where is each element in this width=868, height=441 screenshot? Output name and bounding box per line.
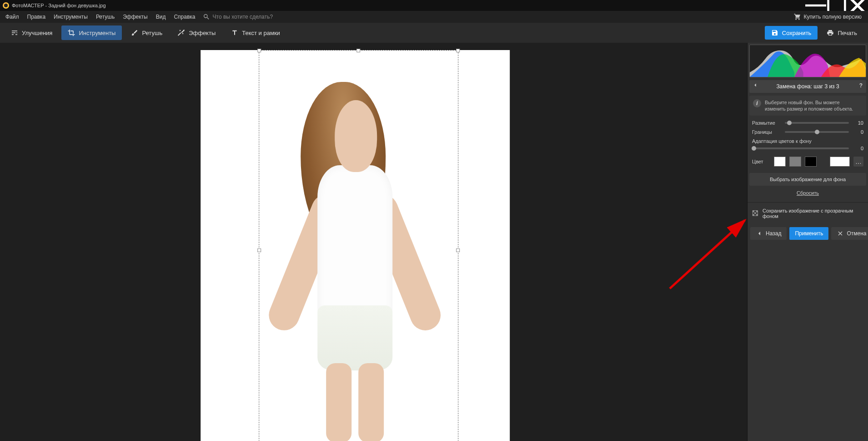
tab-retouch[interactable]: Ретушь	[125, 25, 169, 40]
menu-view[interactable]: Вид	[152, 12, 170, 21]
tab-text-frames[interactable]: Текст и рамки	[225, 25, 286, 40]
save-button[interactable]: Сохранить	[765, 26, 818, 40]
current-color[interactable]	[830, 157, 850, 167]
canvas-area[interactable]	[0, 43, 747, 441]
svg-rect-4	[753, 211, 754, 213]
chevron-left-icon	[756, 230, 763, 237]
apply-button[interactable]: Применить	[789, 227, 828, 240]
handle-tl[interactable]	[257, 49, 261, 52]
slider-blur: Размытие 10	[748, 118, 868, 127]
wand-icon	[178, 29, 185, 36]
panel-title: Замена фона: шаг 3 из 3	[776, 83, 839, 90]
brush-icon	[131, 29, 138, 36]
menu-retouch[interactable]: Ретушь	[92, 12, 118, 21]
svg-rect-0	[805, 5, 826, 7]
swatch-white[interactable]	[774, 157, 786, 167]
window-minimize[interactable]	[805, 0, 826, 11]
window-close[interactable]	[847, 0, 868, 11]
adapt-value: 0	[853, 146, 863, 151]
swatch-gray[interactable]	[789, 157, 801, 167]
side-panel: Замена фона: шаг 3 из 3 ? i Выберите нов…	[747, 43, 868, 441]
buy-full-version[interactable]: Купить полную версию	[789, 12, 866, 22]
reset-link[interactable]: Сбросить	[748, 188, 868, 200]
adapt-slider[interactable]	[752, 147, 849, 149]
crop-icon	[68, 29, 75, 36]
choose-background-label: Выбрать изображение для фона	[770, 177, 846, 182]
blur-label: Размытие	[752, 120, 781, 126]
edges-slider[interactable]	[785, 131, 849, 133]
histogram[interactable]	[749, 45, 866, 77]
blur-slider[interactable]	[785, 122, 849, 124]
action-row: Назад Применить Отмена	[748, 224, 868, 243]
titlebar: ФотоМАСТЕР - Задний фон девушка.jpg	[0, 0, 868, 11]
panel-help-icon[interactable]: ?	[859, 82, 863, 89]
canvas[interactable]	[201, 50, 510, 441]
tab-tools-label: Инструменты	[79, 30, 115, 36]
tab-retouch-label: Ретушь	[142, 30, 162, 36]
menu-edit[interactable]: Правка	[24, 12, 50, 21]
panel-back-icon[interactable]	[752, 82, 758, 90]
edges-value: 0	[853, 129, 863, 135]
save-transparent-label: Сохранить изображение с прозрачным фоном	[763, 208, 863, 219]
tab-tools[interactable]: Инструменты	[61, 25, 122, 40]
slider-adapt: Адаптация цветов к фону	[748, 137, 868, 146]
more-colors-button[interactable]: …	[853, 157, 863, 167]
separator	[748, 202, 868, 203]
search-icon	[203, 13, 210, 20]
print-label: Печать	[838, 30, 857, 36]
menu-file[interactable]: Файл	[2, 12, 23, 21]
handle-tm[interactable]	[356, 49, 360, 52]
menubar: Файл Правка Инструменты Ретушь Эффекты В…	[0, 11, 868, 23]
save-transparent-button[interactable]: Сохранить изображение с прозрачным фоном	[748, 204, 868, 223]
back-label: Назад	[766, 230, 781, 237]
window-maximize[interactable]	[826, 0, 847, 11]
edges-label: Границы	[752, 129, 781, 135]
tab-enhancements-label: Улучшения	[22, 30, 52, 36]
print-button[interactable]: Печать	[820, 26, 863, 40]
blur-value: 10	[853, 120, 863, 126]
transparent-bg-icon	[752, 210, 759, 217]
buy-full-label: Купить полную версию	[804, 14, 862, 20]
selection-box[interactable]	[259, 50, 458, 441]
panel-info-text: Выберите новый фон. Вы можете изменить р…	[765, 100, 853, 112]
annotation-arrow	[656, 216, 747, 298]
color-label: Цвет	[752, 159, 770, 164]
color-row: Цвет …	[748, 153, 868, 170]
choose-background-button[interactable]: Выбрать изображение для фона	[749, 173, 866, 186]
tab-enhancements[interactable]: Улучшения	[5, 25, 59, 40]
slider-adapt-track-row: 0	[748, 146, 868, 153]
text-icon	[231, 29, 238, 36]
toolbar: Улучшения Инструменты Ретушь Эффекты Тек…	[0, 23, 868, 43]
svg-line-2	[670, 220, 745, 289]
menu-help[interactable]: Справка	[170, 12, 199, 21]
slider-edges: Границы 0	[748, 127, 868, 137]
tab-effects[interactable]: Эффекты	[171, 25, 222, 40]
panel-title-bar: Замена фона: шаг 3 из 3 ?	[749, 80, 866, 93]
sliders-icon	[11, 29, 18, 36]
swatch-black[interactable]	[805, 157, 817, 167]
printer-icon	[827, 29, 834, 36]
adapt-label: Адаптация цветов к фону	[752, 138, 863, 144]
handle-tr[interactable]	[456, 49, 460, 52]
tab-effects-label: Эффекты	[189, 30, 216, 36]
main-area: Замена фона: шаг 3 из 3 ? i Выберите нов…	[0, 43, 868, 441]
handle-ml[interactable]	[257, 248, 261, 252]
info-icon: i	[753, 99, 761, 107]
handle-mr[interactable]	[456, 248, 460, 252]
menu-effects[interactable]: Эффекты	[119, 12, 151, 21]
save-icon	[771, 29, 778, 36]
tab-text-frames-label: Текст и рамки	[242, 30, 280, 36]
svg-rect-8	[756, 214, 758, 216]
app-icon	[3, 2, 9, 9]
cancel-button[interactable]: Отмена	[831, 227, 868, 240]
window-title: ФотоМАСТЕР - Задний фон девушка.jpg	[12, 3, 106, 8]
panel-info: i Выберите новый фон. Вы можете изменить…	[749, 96, 866, 116]
search-placeholder[interactable]: Что вы хотите сделать?	[213, 14, 273, 20]
save-label: Сохранить	[782, 30, 812, 36]
back-button[interactable]: Назад	[750, 227, 787, 240]
cancel-label: Отмена	[847, 230, 866, 237]
svg-rect-5	[756, 211, 758, 213]
svg-rect-7	[753, 214, 754, 216]
menu-tools[interactable]: Инструменты	[50, 12, 91, 21]
apply-label: Применить	[795, 230, 823, 237]
